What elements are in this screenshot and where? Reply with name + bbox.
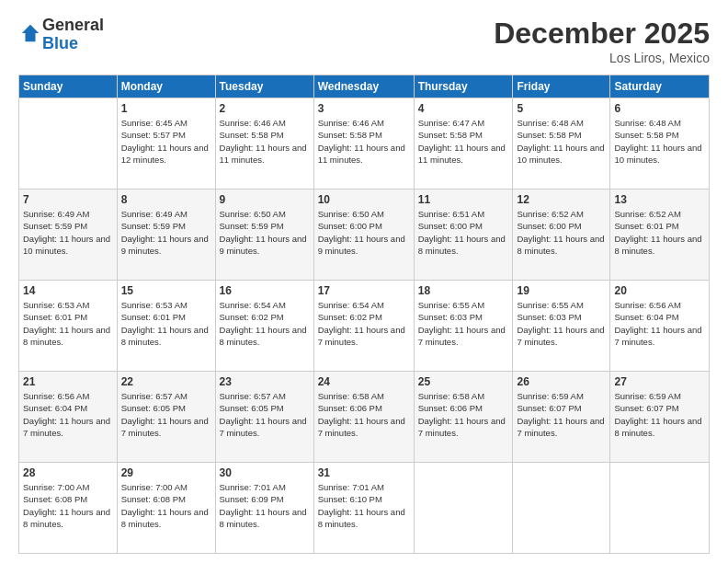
calendar-cell: 4Sunrise: 6:47 AMSunset: 5:58 PMDaylight… [414,98,513,190]
page: General Blue December 2025 Los Liros, Me… [0,0,728,563]
calendar-cell: 17Sunrise: 6:54 AMSunset: 6:02 PMDayligh… [313,281,414,372]
day-number: 7 [23,193,113,206]
logo-general: General [42,16,104,34]
calendar-cell: 1Sunrise: 6:45 AMSunset: 5:57 PMDaylight… [117,98,215,190]
calendar-cell: 23Sunrise: 6:57 AMSunset: 6:05 PMDayligh… [215,372,313,463]
cell-info: Sunrise: 6:53 AMSunset: 6:01 PMDaylight:… [23,299,113,348]
day-number: 12 [517,193,606,206]
day-number: 24 [318,375,410,388]
day-number: 21 [23,375,113,388]
calendar-cell: 12Sunrise: 6:52 AMSunset: 6:00 PMDayligh… [513,190,610,281]
calendar-cell: 20Sunrise: 6:56 AMSunset: 6:04 PMDayligh… [610,281,710,372]
day-number: 4 [418,102,509,115]
col-sunday: Sunday [19,75,118,98]
day-number: 9 [220,193,310,206]
cell-info: Sunrise: 6:59 AMSunset: 6:07 PMDaylight:… [614,390,705,439]
col-tuesday: Tuesday [215,75,313,98]
day-number: 8 [121,193,211,206]
calendar-cell: 7Sunrise: 6:49 AMSunset: 5:59 PMDaylight… [19,190,118,281]
cell-info: Sunrise: 6:55 AMSunset: 6:03 PMDaylight:… [418,299,509,348]
cell-info: Sunrise: 6:51 AMSunset: 6:00 PMDaylight:… [418,208,509,257]
cell-info: Sunrise: 6:53 AMSunset: 6:01 PMDaylight:… [121,299,211,348]
calendar-cell: 27Sunrise: 6:59 AMSunset: 6:07 PMDayligh… [610,372,710,463]
calendar-cell: 21Sunrise: 6:56 AMSunset: 6:04 PMDayligh… [19,372,118,463]
col-friday: Friday [513,75,610,98]
cell-info: Sunrise: 7:00 AMSunset: 6:08 PMDaylight:… [23,481,113,530]
calendar-cell: 10Sunrise: 6:50 AMSunset: 6:00 PMDayligh… [313,190,414,281]
day-number: 27 [614,375,705,388]
cell-info: Sunrise: 6:52 AMSunset: 6:01 PMDaylight:… [614,208,705,257]
calendar-cell: 26Sunrise: 6:59 AMSunset: 6:07 PMDayligh… [513,372,610,463]
calendar-cell: 18Sunrise: 6:55 AMSunset: 6:03 PMDayligh… [414,281,513,372]
calendar-cell: 25Sunrise: 6:58 AMSunset: 6:06 PMDayligh… [414,372,513,463]
cell-info: Sunrise: 6:57 AMSunset: 6:05 PMDaylight:… [220,390,310,439]
location: Los Liros, Mexico [494,51,710,65]
cell-info: Sunrise: 6:58 AMSunset: 6:06 PMDaylight:… [418,390,509,439]
day-number: 16 [220,284,310,297]
cell-info: Sunrise: 7:01 AMSunset: 6:10 PMDaylight:… [318,481,410,530]
day-number: 19 [517,284,606,297]
calendar-cell: 13Sunrise: 6:52 AMSunset: 6:01 PMDayligh… [610,190,710,281]
logo-text: General Blue [42,17,104,53]
calendar-cell: 15Sunrise: 6:53 AMSunset: 6:01 PMDayligh… [117,281,215,372]
day-number: 23 [220,375,310,388]
day-number: 30 [220,466,310,479]
day-number: 14 [23,284,113,297]
calendar-cell: 30Sunrise: 7:01 AMSunset: 6:09 PMDayligh… [215,463,313,554]
cell-info: Sunrise: 6:45 AMSunset: 5:57 PMDaylight:… [121,117,211,166]
cell-info: Sunrise: 6:56 AMSunset: 6:04 PMDaylight:… [614,299,705,348]
day-number: 15 [121,284,211,297]
calendar-week-0: 1Sunrise: 6:45 AMSunset: 5:57 PMDaylight… [19,98,710,190]
calendar-cell: 2Sunrise: 6:46 AMSunset: 5:58 PMDaylight… [215,98,313,190]
calendar-cell [414,463,513,554]
day-number: 17 [318,284,410,297]
col-thursday: Thursday [414,75,513,98]
cell-info: Sunrise: 7:01 AMSunset: 6:09 PMDaylight:… [220,481,310,530]
cell-info: Sunrise: 6:50 AMSunset: 6:00 PMDaylight:… [318,208,410,257]
cell-info: Sunrise: 6:54 AMSunset: 6:02 PMDaylight:… [220,299,310,348]
logo-blue: Blue [42,34,78,52]
title-block: December 2025 Los Liros, Mexico [494,17,710,65]
calendar-cell [19,98,118,190]
cell-info: Sunrise: 6:52 AMSunset: 6:00 PMDaylight:… [517,208,606,257]
day-number: 1 [121,102,211,115]
svg-marker-0 [22,25,39,41]
cell-info: Sunrise: 6:49 AMSunset: 5:59 PMDaylight:… [121,208,211,257]
cell-info: Sunrise: 6:56 AMSunset: 6:04 PMDaylight:… [23,390,113,439]
calendar-week-2: 14Sunrise: 6:53 AMSunset: 6:01 PMDayligh… [19,281,710,372]
calendar-cell: 28Sunrise: 7:00 AMSunset: 6:08 PMDayligh… [19,463,118,554]
logo: General Blue [18,17,104,53]
calendar-cell: 16Sunrise: 6:54 AMSunset: 6:02 PMDayligh… [215,281,313,372]
calendar-cell: 11Sunrise: 6:51 AMSunset: 6:00 PMDayligh… [414,190,513,281]
day-number: 5 [517,102,606,115]
calendar-cell: 6Sunrise: 6:48 AMSunset: 5:58 PMDaylight… [610,98,710,190]
cell-info: Sunrise: 6:50 AMSunset: 5:59 PMDaylight:… [220,208,310,257]
logo-icon [20,23,40,43]
calendar-cell: 8Sunrise: 6:49 AMSunset: 5:59 PMDaylight… [117,190,215,281]
day-number: 28 [23,466,113,479]
cell-info: Sunrise: 6:55 AMSunset: 6:03 PMDaylight:… [517,299,606,348]
day-number: 31 [318,466,410,479]
header: General Blue December 2025 Los Liros, Me… [18,17,710,65]
calendar-week-3: 21Sunrise: 6:56 AMSunset: 6:04 PMDayligh… [19,372,710,463]
cell-info: Sunrise: 6:54 AMSunset: 6:02 PMDaylight:… [318,299,410,348]
col-monday: Monday [117,75,215,98]
day-number: 11 [418,193,509,206]
calendar-cell: 24Sunrise: 6:58 AMSunset: 6:06 PMDayligh… [313,372,414,463]
day-number: 22 [121,375,211,388]
calendar-cell: 31Sunrise: 7:01 AMSunset: 6:10 PMDayligh… [313,463,414,554]
calendar-cell [610,463,710,554]
cell-info: Sunrise: 6:46 AMSunset: 5:58 PMDaylight:… [318,117,410,166]
calendar-cell: 14Sunrise: 6:53 AMSunset: 6:01 PMDayligh… [19,281,118,372]
calendar-cell: 22Sunrise: 6:57 AMSunset: 6:05 PMDayligh… [117,372,215,463]
month-title: December 2025 [494,17,710,51]
cell-info: Sunrise: 7:00 AMSunset: 6:08 PMDaylight:… [121,481,211,530]
calendar-week-1: 7Sunrise: 6:49 AMSunset: 5:59 PMDaylight… [19,190,710,281]
cell-info: Sunrise: 6:57 AMSunset: 6:05 PMDaylight:… [121,390,211,439]
calendar-cell: 5Sunrise: 6:48 AMSunset: 5:58 PMDaylight… [513,98,610,190]
calendar-table: Sunday Monday Tuesday Wednesday Thursday… [18,75,710,554]
calendar-cell: 3Sunrise: 6:46 AMSunset: 5:58 PMDaylight… [313,98,414,190]
cell-info: Sunrise: 6:59 AMSunset: 6:07 PMDaylight:… [517,390,606,439]
calendar-week-4: 28Sunrise: 7:00 AMSunset: 6:08 PMDayligh… [19,463,710,554]
day-number: 10 [318,193,410,206]
